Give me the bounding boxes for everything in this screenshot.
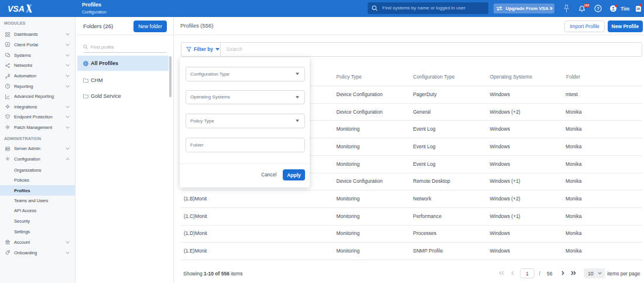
- svg-text:VSA: VSA: [8, 4, 25, 13]
- svg-text:?: ?: [597, 6, 600, 11]
